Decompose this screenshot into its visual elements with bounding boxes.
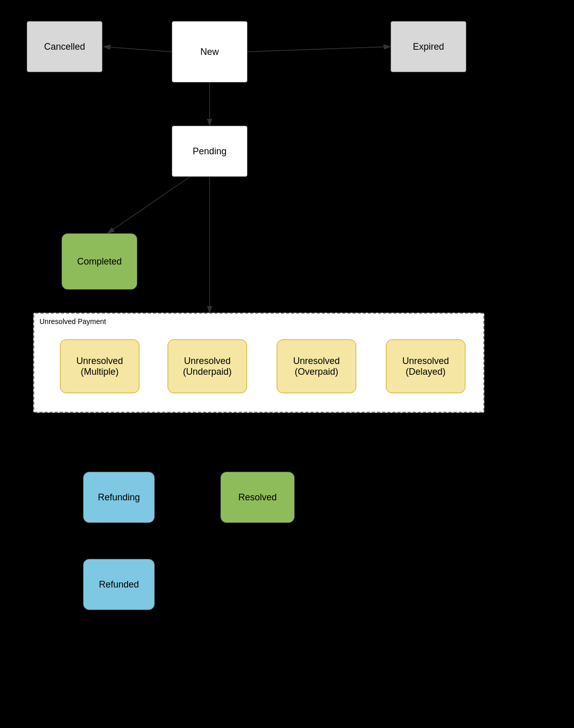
unresolved-overpaid-node: Unresolved(Overpaid) xyxy=(277,339,356,393)
new-node: New xyxy=(172,21,248,83)
unresolved-payment-label: Unresolved Payment xyxy=(39,317,106,326)
cancelled-node: Cancelled xyxy=(27,21,102,72)
svg-line-1 xyxy=(104,47,172,52)
resolved-node: Resolved xyxy=(220,472,295,523)
unresolved-multiple-node: Unresolved(Multiple) xyxy=(60,339,139,393)
unresolved-multiple-label: Unresolved(Multiple) xyxy=(76,356,123,377)
resolved-label: Resolved xyxy=(238,492,277,503)
svg-line-4 xyxy=(108,177,190,233)
refunding-label: Refunding xyxy=(98,492,140,503)
expired-node: Expired xyxy=(391,21,466,72)
refunded-label: Refunded xyxy=(99,579,139,590)
diagram-container: Cancelled New Expired Pending Completed … xyxy=(0,0,574,728)
refunding-node: Refunding xyxy=(83,472,155,523)
unresolved-underpaid-node: Unresolved(Underpaid) xyxy=(168,339,247,393)
unresolved-delayed-label: Unresolved(Delayed) xyxy=(402,356,449,377)
cancelled-label: Cancelled xyxy=(44,42,85,52)
unresolved-delayed-node: Unresolved(Delayed) xyxy=(386,339,465,393)
refunded-node: Refunded xyxy=(83,559,155,610)
completed-label: Completed xyxy=(77,256,121,267)
unresolved-underpaid-label: Unresolved(Underpaid) xyxy=(183,356,232,377)
completed-node: Completed xyxy=(61,233,137,290)
pending-node: Pending xyxy=(172,126,248,177)
unresolved-overpaid-label: Unresolved(Overpaid) xyxy=(293,356,340,377)
svg-line-2 xyxy=(248,47,391,52)
new-label: New xyxy=(200,47,219,57)
unresolved-payment-container: Unresolved Payment Unresolved(Multiple) … xyxy=(33,313,484,413)
pending-label: Pending xyxy=(193,146,227,157)
expired-label: Expired xyxy=(413,42,444,52)
